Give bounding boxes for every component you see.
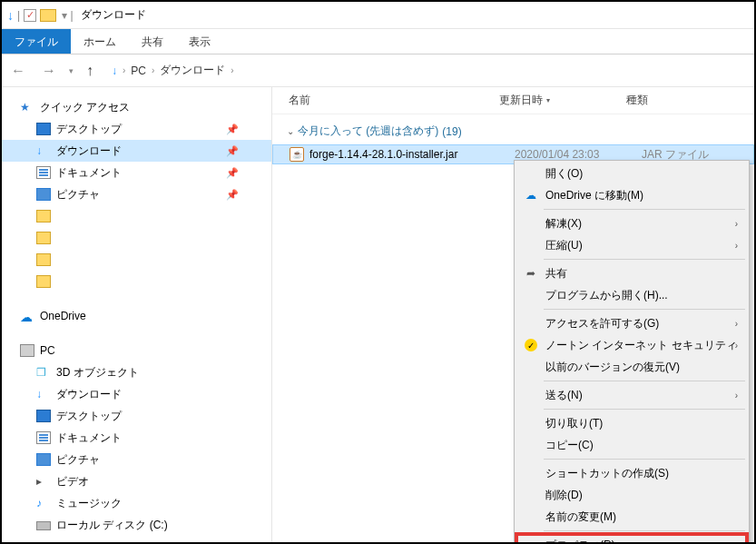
pin-icon: 📌: [226, 167, 239, 179]
ctx-norton[interactable]: ✓ノートン インターネット セキュリティ›: [516, 334, 747, 356]
music-icon: [36, 497, 51, 509]
chevron-right-icon: ›: [735, 391, 738, 401]
tab-view[interactable]: 表示: [176, 29, 223, 54]
sidebar-downloads[interactable]: ダウンロード📌: [2, 140, 271, 162]
column-date-label: 更新日時: [499, 93, 543, 108]
sidebar-quick-access[interactable]: クイック アクセス: [2, 96, 271, 118]
sidebar-label: PC: [40, 344, 55, 357]
sidebar-label: ローカル ディスク (C:): [56, 518, 168, 533]
sidebar-label: ビデオ: [56, 474, 89, 490]
ctx-extract[interactable]: 解凍(X)›: [516, 213, 747, 234]
sidebar-local-disk[interactable]: ローカル ディスク (C:): [2, 514, 271, 536]
ctx-send-to[interactable]: 送る(N)›: [516, 384, 747, 406]
ctx-compress[interactable]: 圧縮(U)›: [516, 234, 747, 256]
pin-icon: 📌: [226, 145, 239, 157]
address-bar[interactable]: ↓ › PC › ダウンロード ›: [112, 63, 234, 78]
chevron-right-icon: ›: [231, 65, 233, 75]
sidebar-label: ダウンロード: [56, 143, 122, 159]
folder-icon: [40, 9, 56, 22]
sidebar-pc-pictures[interactable]: ピクチャ: [2, 449, 271, 470]
ctx-open[interactable]: 開く(O): [516, 163, 747, 184]
ctx-label: OneDrive に移動(M): [545, 188, 643, 203]
folder-icon: [36, 210, 51, 223]
column-date[interactable]: 更新日時▾: [499, 93, 626, 108]
sidebar-folder[interactable]: [2, 227, 271, 249]
tab-home[interactable]: ホーム: [71, 29, 129, 54]
sidebar-pc-videos[interactable]: ビデオ: [2, 470, 271, 492]
ctx-copy[interactable]: コピー(C): [516, 434, 747, 456]
ctx-cut[interactable]: 切り取り(T): [516, 412, 747, 434]
ctx-create-shortcut[interactable]: ショートカットの作成(S): [516, 462, 747, 484]
sidebar-label: ピクチャ: [56, 187, 100, 203]
ctx-previous-versions[interactable]: 以前のバージョンの復元(V): [516, 356, 747, 378]
column-type[interactable]: 種類: [626, 93, 754, 108]
ctx-label: 削除(D): [545, 488, 583, 503]
group-header[interactable]: ⌄ 今月に入って (先週は含めず) (19): [272, 114, 754, 144]
tab-share[interactable]: 共有: [129, 29, 176, 54]
history-dropdown-icon[interactable]: ▾: [69, 66, 74, 75]
back-button[interactable]: ←: [7, 61, 29, 81]
desktop-icon: [36, 410, 51, 422]
pc-icon: [20, 344, 34, 357]
chevron-right-icon: ›: [735, 341, 738, 351]
sidebar-pc-desktop[interactable]: デスクトップ: [2, 405, 271, 427]
forward-button[interactable]: →: [38, 61, 60, 81]
cube-icon: [36, 366, 51, 379]
navigation-pane: クイック アクセス デスクトップ📌 ダウンロード📌 ドキュメント📌 ピクチャ📌 …: [2, 87, 272, 542]
ctx-open-with[interactable]: プログラムから開く(H)...: [516, 284, 747, 306]
sidebar-pc-downloads[interactable]: ダウンロード: [2, 383, 271, 405]
downloads-icon: [36, 388, 51, 401]
sidebar-label: デスクトップ: [56, 409, 122, 424]
video-icon: [36, 475, 51, 488]
sidebar-3d-objects[interactable]: 3D オブジェクト: [2, 361, 271, 383]
ctx-label: アクセスを許可する(G): [545, 316, 659, 331]
sidebar-pictures[interactable]: ピクチャ📌: [2, 183, 271, 205]
sidebar-onedrive[interactable]: OneDrive: [2, 305, 271, 327]
ctx-label: ショートカットの作成(S): [545, 466, 669, 481]
jar-file-icon: ☕: [290, 147, 304, 162]
sidebar-folder[interactable]: [2, 205, 271, 227]
sidebar-pc[interactable]: PC: [2, 340, 271, 361]
ctx-properties[interactable]: プロパティ(R): [516, 534, 747, 544]
ctx-onedrive-move[interactable]: ☁OneDrive に移動(M): [516, 184, 747, 206]
norton-icon: ✓: [524, 339, 538, 351]
folder-icon: [36, 275, 51, 288]
pin-icon: 📌: [226, 124, 239, 135]
ctx-share[interactable]: ➦共有: [516, 262, 747, 284]
separator: [544, 381, 745, 381]
ctx-label: 以前のバージョンの復元(V): [545, 360, 680, 375]
ctx-rename[interactable]: 名前の変更(M): [516, 506, 747, 528]
separator: [544, 409, 745, 410]
qat-dropdown-icon[interactable]: ↓: [7, 8, 14, 23]
sidebar-label: OneDrive: [40, 310, 86, 322]
chevron-right-icon: ›: [735, 219, 738, 229]
qat-checkbox-icon[interactable]: ✓: [24, 9, 36, 22]
separator: [544, 209, 745, 210]
document-icon: [36, 166, 51, 179]
ribbon-toggle[interactable]: ▾ |: [62, 9, 73, 22]
breadcrumb-folder[interactable]: ダウンロード: [160, 63, 225, 78]
sidebar-label: 3D オブジェクト: [56, 365, 139, 381]
sidebar-desktop[interactable]: デスクトップ📌: [2, 118, 271, 140]
tab-file[interactable]: ファイル: [2, 29, 71, 54]
ctx-label: コピー(C): [545, 438, 594, 453]
desktop-icon: [36, 123, 51, 135]
sidebar-pc-music[interactable]: ミュージック: [2, 492, 271, 514]
file-name: forge-1.14.4-28.1.0-installer.jar: [309, 148, 515, 161]
breadcrumb-pc[interactable]: PC: [131, 64, 146, 77]
sidebar-folder[interactable]: [2, 271, 271, 292]
sidebar-label: ピクチャ: [56, 452, 100, 468]
sidebar-documents[interactable]: ドキュメント📌: [2, 162, 271, 183]
sidebar-label: クイック アクセス: [40, 100, 130, 115]
sidebar-folder[interactable]: [2, 249, 271, 271]
group-title: 今月に入って (先週は含めず): [298, 124, 438, 139]
window-title: ダウンロード: [81, 7, 146, 23]
sidebar-pc-documents[interactable]: ドキュメント: [2, 427, 271, 449]
sidebar-label: ミュージック: [56, 496, 122, 511]
up-button[interactable]: ↑: [83, 61, 97, 81]
ctx-delete[interactable]: 削除(D): [516, 484, 747, 506]
ctx-label: 圧縮(U): [545, 238, 583, 253]
ctx-grant-access[interactable]: アクセスを許可する(G)›: [516, 312, 747, 334]
navigation-bar: ← → ▾ ↑ ↓ › PC › ダウンロード ›: [2, 54, 754, 87]
column-name[interactable]: 名前: [272, 93, 499, 108]
